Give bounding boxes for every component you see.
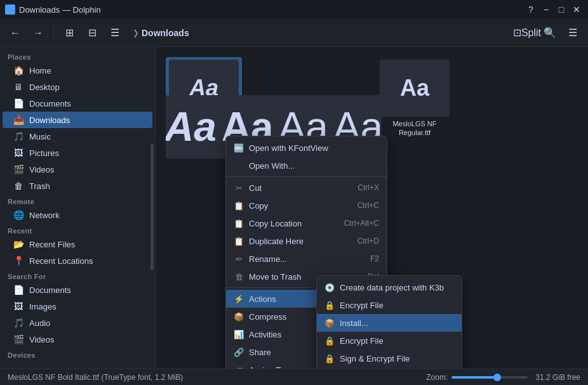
assign-tags-icon: 🏷 xyxy=(234,365,244,369)
forward-button[interactable]: → xyxy=(28,23,48,43)
submenu-encrypt-2[interactable]: 🔒 Encrypt File xyxy=(317,332,462,349)
titlebar: Downloads — Dolphin ? − □ ✕ xyxy=(0,0,588,19)
ctx-duplicate[interactable]: 📋 Duplicate Here Ctrl+D xyxy=(226,232,387,250)
share-icon: 🔗 xyxy=(234,347,244,357)
sidebar-item-pictures[interactable]: 🖼 Pictures xyxy=(3,145,152,161)
titlebar-controls: ? − □ ✕ xyxy=(525,3,583,16)
sidebar-item-search-videos[interactable]: 🎬 Videos xyxy=(3,331,152,348)
activities-icon: 📊 xyxy=(234,329,244,339)
search-button[interactable]: 🔍 xyxy=(540,23,560,43)
view-details-button[interactable]: ☰ xyxy=(105,23,125,43)
ctx-cut-shortcut: Ctrl+X xyxy=(357,183,379,192)
install-icon: 📦 xyxy=(324,318,335,328)
ctx-open-with[interactable]: Open With... xyxy=(226,157,387,174)
search-audio-icon: 🎵 xyxy=(13,318,24,328)
ctx-copy-location[interactable]: 📋 Copy Location Ctrl+Alt+C xyxy=(226,214,387,232)
sidebar-section-devices: Devices xyxy=(0,348,155,360)
sidebar-item-pictures-label: Pictures xyxy=(29,148,59,158)
breadcrumb: ❯ Downloads xyxy=(128,28,514,38)
toolbar-separator-1 xyxy=(53,25,54,41)
pictures-icon: 🖼 xyxy=(13,148,24,158)
menu-button[interactable]: ☰ xyxy=(563,23,583,43)
desktop-icon: 🖥 xyxy=(13,82,24,92)
sidebar-item-network-label: Network xyxy=(29,211,60,220)
sidebar-item-home[interactable]: 🏠 Home xyxy=(3,62,152,79)
sidebar-section-recent: Recent xyxy=(0,223,155,236)
ctx-copy-location-shortcut: Ctrl+Alt+C xyxy=(344,219,379,228)
search-documents-icon: 📄 xyxy=(13,285,24,295)
copy-icon: 📋 xyxy=(234,200,244,211)
sidebar-item-search-videos-label: Videos xyxy=(29,335,55,344)
sidebar-item-recent-files-label: Recent Files xyxy=(29,240,75,249)
recent-files-icon: 📂 xyxy=(13,239,24,249)
sidebar-section-search: Search For xyxy=(0,269,155,282)
submenu-sign-encrypt[interactable]: 🔒 Sign & Encrypt File xyxy=(317,349,462,367)
breadcrumb-item-downloads[interactable]: Downloads xyxy=(142,28,189,38)
main-area: Places 🏠 Home 🖥 Desktop 📄 Documents 📥 Do… xyxy=(0,47,588,369)
encrypt-1-icon: 🔒 xyxy=(324,300,335,310)
sidebar-item-desktop[interactable]: 🖥 Desktop xyxy=(3,79,152,95)
large-preview-aa1: Aa xyxy=(166,107,217,147)
sidebar-item-network[interactable]: 🌐 Network xyxy=(3,207,152,223)
view-icons-button[interactable]: ⊞ xyxy=(59,23,79,43)
encrypt-2-icon: 🔒 xyxy=(324,336,335,346)
submenu-smime-sign[interactable]: 🔒 S/MIME-Sign File xyxy=(317,367,462,369)
submenu-install[interactable]: 📦 Install... xyxy=(317,314,462,332)
help-button[interactable]: ? xyxy=(525,3,537,16)
sidebar-item-music[interactable]: 🎵 Music xyxy=(3,128,152,145)
open-kfontview-icon: 🔤 xyxy=(234,143,244,153)
sidebar: Places 🏠 Home 🖥 Desktop 📄 Documents 📥 Do… xyxy=(0,47,156,369)
ctx-open-with-label: Open With... xyxy=(249,161,379,171)
statusbar-free-space: 31.2 GiB free xyxy=(535,373,580,382)
sidebar-item-trash[interactable]: 🗑 Trash xyxy=(3,178,152,194)
search-videos-icon: 🎬 xyxy=(13,334,24,344)
sidebar-scrollbar[interactable] xyxy=(150,143,154,270)
submenu-sign-encrypt-label: Sign & Encrypt File xyxy=(340,354,410,363)
submenu-encrypt-1-label: Encrypt File xyxy=(340,301,384,310)
sidebar-item-search-images[interactable]: 🖼 Images xyxy=(3,298,152,315)
back-button[interactable]: ← xyxy=(5,23,25,43)
sidebar-section-remote: Remote xyxy=(0,194,155,207)
sidebar-item-downloads-label: Downloads xyxy=(29,115,70,125)
split-icon: ⊡ xyxy=(513,27,521,39)
zoom-label: Zoom: xyxy=(426,373,448,382)
ctx-open-kfontview[interactable]: 🔤 Open with KFontView xyxy=(226,139,387,157)
sidebar-item-desktop-label: Desktop xyxy=(29,82,60,92)
sidebar-item-videos[interactable]: 🎬 Videos xyxy=(3,161,152,178)
statusbar-zoom: Zoom: xyxy=(426,373,528,382)
compress-icon: 📦 xyxy=(234,311,244,322)
network-icon: 🌐 xyxy=(13,210,24,220)
k3b-icon: 💿 xyxy=(324,282,335,292)
search-images-icon: 🖼 xyxy=(13,301,24,311)
minimize-button[interactable]: − xyxy=(540,3,552,16)
sidebar-item-documents[interactable]: 📄 Documents xyxy=(3,95,152,112)
zoom-slider[interactable] xyxy=(451,376,528,379)
submenu-encrypt-1[interactable]: 🔒 Encrypt File xyxy=(317,296,462,314)
ctx-rename[interactable]: ✏ Rename... F2 xyxy=(226,250,387,268)
sidebar-item-recent-files[interactable]: 📂 Recent Files xyxy=(3,236,152,252)
ctx-cut-label: Cut xyxy=(249,183,352,193)
sidebar-item-search-documents-label: Documents xyxy=(29,285,71,295)
sidebar-section-places: Places xyxy=(0,49,155,62)
split-button[interactable]: ⊡ Split xyxy=(517,23,537,43)
ctx-duplicate-label: Duplicate Here xyxy=(249,237,352,246)
ctx-copy[interactable]: 📋 Copy Ctrl+C xyxy=(226,197,387,214)
sidebar-item-recent-locations[interactable]: 📍 Recent Locations xyxy=(3,252,152,269)
toolbar: ← → ⊞ ⊟ ☰ ❯ Downloads ⊡ Split 🔍 ☰ xyxy=(0,19,588,47)
move-trash-icon: 🗑 xyxy=(234,271,244,282)
submenu-k3b[interactable]: 💿 Create data project with K3b xyxy=(317,278,462,296)
actions-icon: ⚡ xyxy=(234,294,244,304)
sign-encrypt-icon: 🔒 xyxy=(324,353,335,363)
ctx-cut[interactable]: ✂ Cut Ctrl+X xyxy=(226,179,387,197)
ctx-rename-shortcut: F2 xyxy=(370,254,379,263)
view-compact-button[interactable]: ⊟ xyxy=(82,23,102,43)
submenu-install-label: Install... xyxy=(340,318,368,328)
sidebar-item-downloads[interactable]: 📥 Downloads xyxy=(3,112,152,128)
close-button[interactable]: ✕ xyxy=(570,3,583,16)
sidebar-item-search-audio[interactable]: 🎵 Audio xyxy=(3,315,152,331)
maximize-button[interactable]: □ xyxy=(555,3,568,16)
duplicate-icon: 📋 xyxy=(234,236,244,246)
sidebar-item-search-documents[interactable]: 📄 Documents xyxy=(3,282,152,298)
titlebar-left: Downloads — Dolphin xyxy=(5,4,101,15)
trash-icon: 🗑 xyxy=(13,181,24,191)
